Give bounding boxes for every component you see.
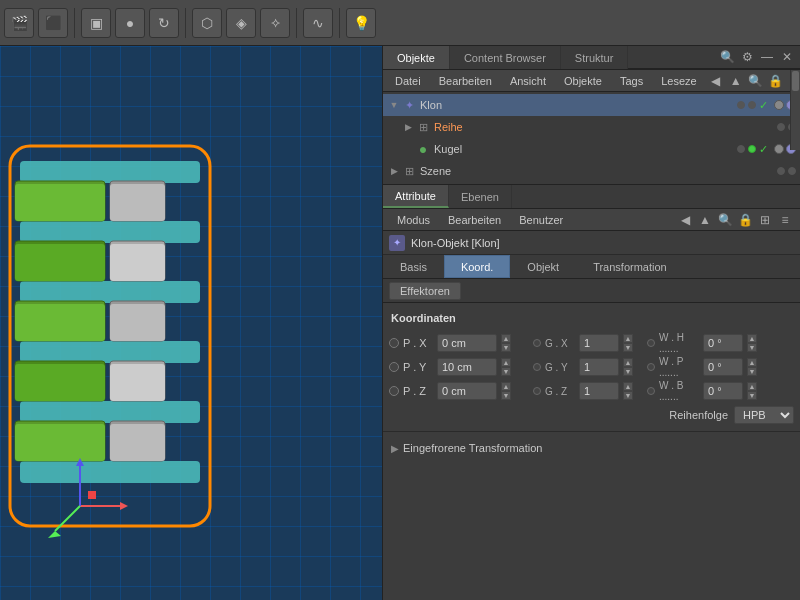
tab-content-browser[interactable]: Content Browser xyxy=(450,46,561,69)
input-gz[interactable]: 1 xyxy=(579,382,619,400)
attr-menu-benutzer[interactable]: Benutzer xyxy=(511,212,571,228)
effectors-button[interactable]: Effektoren xyxy=(389,282,461,300)
expand-szene[interactable]: ▶ xyxy=(387,164,401,178)
attr-grid-icon[interactable]: ⊞ xyxy=(756,211,774,229)
tool-cube[interactable]: ▣ xyxy=(81,8,111,38)
spin-gy-up[interactable]: ▲ xyxy=(623,358,633,367)
menu-datei[interactable]: Datei xyxy=(387,73,429,89)
sub-tab-objekt[interactable]: Objekt xyxy=(510,255,576,278)
minimize-icon[interactable]: — xyxy=(758,48,776,66)
tool-deformer[interactable]: ⟡ xyxy=(260,8,290,38)
tab-objekte[interactable]: Objekte xyxy=(383,46,450,69)
spin-pz[interactable]: ▲ ▼ xyxy=(501,382,511,400)
lock-icon[interactable]: 🔒 xyxy=(767,72,785,90)
attr-menu-icon[interactable]: ≡ xyxy=(776,211,794,229)
input-px[interactable]: 0 cm xyxy=(437,334,497,352)
attr-menu-bearbeiten[interactable]: Bearbeiten xyxy=(440,212,509,228)
spin-gz[interactable]: ▲ ▼ xyxy=(623,382,633,400)
input-wp[interactable]: 0 ° xyxy=(703,358,743,376)
tool-spline[interactable]: ∿ xyxy=(303,8,333,38)
input-py[interactable]: 10 cm xyxy=(437,358,497,376)
attr-tab-ebenen[interactable]: Ebenen xyxy=(449,185,512,208)
viewport xyxy=(0,46,383,600)
attr-up-icon[interactable]: ▲ xyxy=(696,211,714,229)
spin-pz-up[interactable]: ▲ xyxy=(501,382,511,391)
dot-wb[interactable] xyxy=(647,387,655,395)
menu-leseze[interactable]: Leseze xyxy=(653,73,704,89)
radio-pz[interactable] xyxy=(389,386,399,396)
spin-wp-up[interactable]: ▲ xyxy=(747,358,757,367)
tool-loop[interactable]: ↻ xyxy=(149,8,179,38)
tool-nurbs[interactable]: ◈ xyxy=(226,8,256,38)
tree-row-kugel[interactable]: ● Kugel ✓ xyxy=(383,138,800,160)
spin-gy-dn[interactable]: ▼ xyxy=(623,367,633,376)
dot-gx[interactable] xyxy=(533,339,541,347)
spin-wb-up[interactable]: ▲ xyxy=(747,382,757,391)
input-gy[interactable]: 1 xyxy=(579,358,619,376)
tree-row-szene[interactable]: ▶ ⊞ Szene xyxy=(383,160,800,182)
spin-py-dn[interactable]: ▼ xyxy=(501,367,511,376)
spin-gz-up[interactable]: ▲ xyxy=(623,382,633,391)
tool-film[interactable]: 🎬 xyxy=(4,8,34,38)
frozen-row[interactable]: ▶ Eingefrorene Transformation xyxy=(383,436,800,460)
spin-wp-dn[interactable]: ▼ xyxy=(747,367,757,376)
radio-py[interactable] xyxy=(389,362,399,372)
search2-icon[interactable]: 🔍 xyxy=(747,72,765,90)
spin-wh-up[interactable]: ▲ xyxy=(747,334,757,343)
tab-struktur[interactable]: Struktur xyxy=(561,46,629,69)
expand-klon[interactable]: ▼ xyxy=(387,98,401,112)
spin-gx[interactable]: ▲ ▼ xyxy=(623,334,633,352)
input-wh[interactable]: 0 ° xyxy=(703,334,743,352)
attr-nav-icon[interactable]: ◀ xyxy=(676,211,694,229)
input-gx[interactable]: 1 xyxy=(579,334,619,352)
spin-py-up[interactable]: ▲ xyxy=(501,358,511,367)
spin-wb[interactable]: ▲ ▼ xyxy=(747,382,757,400)
input-wb[interactable]: 0 ° xyxy=(703,382,743,400)
close-icon[interactable]: ✕ xyxy=(778,48,796,66)
reihenfolge-select[interactable]: HPB PHB BPH xyxy=(734,406,794,424)
spin-gy[interactable]: ▲ ▼ xyxy=(623,358,633,376)
spin-gx-dn[interactable]: ▼ xyxy=(623,343,633,352)
nav-left-icon[interactable]: ◀ xyxy=(707,72,725,90)
input-pz[interactable]: 0 cm xyxy=(437,382,497,400)
spin-wb-dn[interactable]: ▼ xyxy=(747,391,757,400)
nav-up-icon[interactable]: ▲ xyxy=(727,72,745,90)
dot-wp[interactable] xyxy=(647,363,655,371)
sub-tab-transformation[interactable]: Transformation xyxy=(576,255,684,278)
sub-tab-koord[interactable]: Koord. xyxy=(444,255,510,278)
tool-polygon[interactable]: ⬡ xyxy=(192,8,222,38)
radio-px[interactable] xyxy=(389,338,399,348)
tree-scrollbar[interactable] xyxy=(790,70,800,150)
tool-sphere[interactable]: ● xyxy=(115,8,145,38)
svg-rect-26 xyxy=(15,424,105,461)
spin-px-dn[interactable]: ▼ xyxy=(501,343,511,352)
tool-key[interactable]: ⬛ xyxy=(38,8,68,38)
sub-tab-basis[interactable]: Basis xyxy=(383,255,444,278)
menu-bearbeiten[interactable]: Bearbeiten xyxy=(431,73,500,89)
spin-wh[interactable]: ▲ ▼ xyxy=(747,334,757,352)
menu-objekte[interactable]: Objekte xyxy=(556,73,610,89)
spin-gz-dn[interactable]: ▼ xyxy=(623,391,633,400)
spin-gx-up[interactable]: ▲ xyxy=(623,334,633,343)
tree-row-reihe[interactable]: ▶ ⊞ Reihe xyxy=(383,116,800,138)
spin-wp[interactable]: ▲ ▼ xyxy=(747,358,757,376)
spin-pz-dn[interactable]: ▼ xyxy=(501,391,511,400)
search-icon[interactable]: 🔍 xyxy=(718,48,736,66)
expand-reihe[interactable]: ▶ xyxy=(401,120,415,134)
spin-wh-dn[interactable]: ▼ xyxy=(747,343,757,352)
tree-row-klon[interactable]: ▼ ✦ Klon ✓ xyxy=(383,94,800,116)
attr-search-icon[interactable]: 🔍 xyxy=(716,211,734,229)
tool-light[interactable]: 💡 xyxy=(346,8,376,38)
menu-tags[interactable]: Tags xyxy=(612,73,651,89)
attr-tab-attribute[interactable]: Attribute xyxy=(383,185,449,208)
attr-lock-icon[interactable]: 🔒 xyxy=(736,211,754,229)
dot-gz[interactable] xyxy=(533,387,541,395)
spin-py[interactable]: ▲ ▼ xyxy=(501,358,511,376)
spin-px-up[interactable]: ▲ xyxy=(501,334,511,343)
dot-wh[interactable] xyxy=(647,339,655,347)
settings-icon[interactable]: ⚙ xyxy=(738,48,756,66)
attr-menu-modus[interactable]: Modus xyxy=(389,212,438,228)
dot-gy[interactable] xyxy=(533,363,541,371)
menu-ansicht[interactable]: Ansicht xyxy=(502,73,554,89)
spin-px[interactable]: ▲ ▼ xyxy=(501,334,511,352)
